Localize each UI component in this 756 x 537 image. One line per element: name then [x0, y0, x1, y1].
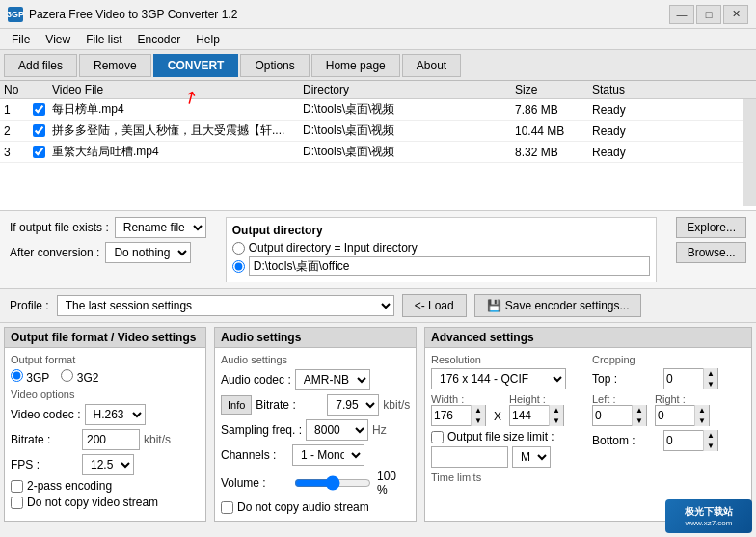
- profile-select[interactable]: The last session settings: [57, 295, 394, 316]
- table-row[interactable]: 1 每日榜单.mp4 D:\tools\桌面\视频 7.86 MB Ready: [0, 99, 742, 121]
- output-dir-buttons: Explore... Browse...: [676, 217, 746, 263]
- mb-input[interactable]: [431, 446, 508, 468]
- app-icon: 3GP: [8, 7, 23, 22]
- format-3gp-radio[interactable]: [11, 369, 23, 382]
- explore-button[interactable]: Explore...: [676, 217, 746, 238]
- row3-check[interactable]: [33, 146, 52, 158]
- menu-file[interactable]: File: [4, 31, 38, 48]
- output-dir-radio1-row: Output directory = Input directory: [232, 241, 651, 255]
- remove-button[interactable]: Remove: [79, 54, 151, 77]
- scrollbar[interactable]: [742, 99, 756, 206]
- top-down-button[interactable]: ▼: [704, 379, 717, 389]
- bottom-input[interactable]: [664, 431, 703, 450]
- convert-button[interactable]: CONVERT: [153, 54, 239, 77]
- audio-bitrate-row: Info Bitrate : 7.95 kbit/s: [221, 394, 410, 416]
- output-dir-title: Output directory: [232, 224, 651, 237]
- about-button[interactable]: About: [402, 54, 461, 77]
- browse-button[interactable]: Browse...: [676, 242, 746, 263]
- home-page-button[interactable]: Home page: [311, 54, 400, 77]
- sampling-label: Sampling freq. :: [221, 423, 302, 437]
- col-size: Size: [515, 83, 592, 96]
- format-3g2-radio[interactable]: [61, 369, 73, 382]
- two-pass-checkbox[interactable]: [11, 480, 23, 493]
- after-conversion-row: After conversion : Do nothing: [10, 242, 206, 263]
- output-dir-radio2[interactable]: [232, 260, 245, 273]
- info-button[interactable]: Info: [221, 395, 252, 415]
- row2-dir: D:\tools\桌面\视频: [303, 122, 515, 139]
- if-output-select[interactable]: Rename file: [115, 217, 206, 238]
- menu-encoder[interactable]: Encoder: [129, 31, 188, 48]
- bitrate-label: Bitrate :: [11, 433, 78, 446]
- output-format-label: Output format: [11, 354, 200, 365]
- no-video-copy-checkbox[interactable]: [11, 497, 23, 509]
- bottom-down-button[interactable]: ▼: [704, 441, 717, 451]
- right-down-button[interactable]: ▼: [695, 416, 709, 426]
- options-button[interactable]: Options: [240, 54, 309, 77]
- bitrate-unit: kbit/s: [144, 433, 171, 446]
- right-arrows: ▲ ▼: [694, 405, 709, 426]
- time-limits-label: Time limits: [431, 471, 584, 483]
- menu-filelist[interactable]: File list: [78, 31, 129, 48]
- col-no: No: [4, 83, 33, 96]
- sampling-select[interactable]: 8000: [306, 419, 368, 441]
- video-codec-select[interactable]: H.263: [85, 404, 146, 425]
- menu-bar: File View File list Encoder Help: [0, 29, 756, 50]
- table-row[interactable]: 2 拼多多登陆，美国人秒懂，且大受震撼【轩.... D:\tools\桌面\视频…: [0, 121, 742, 142]
- no-audio-copy-checkbox[interactable]: [221, 501, 233, 514]
- no-audio-copy-label: Do not copy audio stream: [237, 500, 369, 514]
- bottom-label: Bottom :: [592, 434, 660, 447]
- right-group: Right : ▲ ▼: [655, 393, 710, 426]
- row3-no: 3: [4, 146, 33, 159]
- left-input[interactable]: [593, 406, 632, 425]
- minimize-button[interactable]: —: [669, 5, 694, 24]
- height-up-button[interactable]: ▲: [550, 405, 563, 416]
- left-down-button[interactable]: ▼: [633, 416, 646, 426]
- resolution-select[interactable]: 176 x 144 - QCIF: [431, 368, 566, 389]
- left-label: Left :: [592, 393, 647, 405]
- menu-view[interactable]: View: [38, 31, 78, 48]
- bottom-up-button[interactable]: ▲: [704, 430, 717, 441]
- save-encoder-button[interactable]: 💾 Save encoder settings...: [474, 294, 642, 317]
- width-arrows: ▲ ▼: [471, 405, 485, 426]
- save-icon: 💾: [487, 299, 501, 312]
- right-input[interactable]: [656, 406, 694, 425]
- bitrate-input[interactable]: [82, 429, 140, 450]
- audio-panel-title: Audio settings: [215, 328, 416, 348]
- audio-bitrate-select[interactable]: 7.95: [327, 394, 379, 416]
- height-down-button[interactable]: ▼: [550, 416, 563, 426]
- close-button[interactable]: ✕: [723, 5, 748, 24]
- format-radio-group: 3GP 3G2: [11, 369, 200, 385]
- channels-select[interactable]: 1 - Mono: [292, 444, 364, 466]
- settings-left: If output file exists : Rename file Afte…: [10, 217, 206, 263]
- load-button[interactable]: <- Load: [402, 294, 467, 317]
- height-input[interactable]: [510, 406, 549, 425]
- no-video-copy-label: Do not copy video stream: [27, 496, 158, 509]
- maximize-button[interactable]: □: [696, 5, 721, 24]
- file-size-limit-checkbox[interactable]: [431, 431, 444, 443]
- after-conversion-select[interactable]: Do nothing: [105, 242, 191, 263]
- left-up-button[interactable]: ▲: [633, 405, 646, 416]
- top-up-button[interactable]: ▲: [704, 368, 717, 379]
- output-dir-radio1[interactable]: [232, 242, 245, 255]
- file-list-header: No Video File Directory Size Status: [0, 81, 756, 99]
- row1-check[interactable]: [33, 103, 52, 116]
- row3-dir: D:\tools\桌面\视频: [303, 144, 515, 160]
- add-files-button[interactable]: Add files: [4, 54, 77, 77]
- audio-codec-label: Audio codec :: [221, 373, 291, 387]
- volume-slider[interactable]: [294, 476, 371, 490]
- audio-codec-select[interactable]: AMR-NB: [295, 369, 370, 390]
- audio-settings-label: Audio settings: [221, 354, 410, 365]
- channels-row: Channels : 1 - Mono: [221, 444, 410, 466]
- width-down-button[interactable]: ▼: [472, 416, 485, 426]
- dimensions-row: Width : ▲ ▼ X Height :: [431, 393, 584, 426]
- menu-help[interactable]: Help: [188, 31, 228, 48]
- right-up-button[interactable]: ▲: [695, 405, 709, 416]
- row2-check[interactable]: [33, 124, 52, 137]
- fps-select[interactable]: 12.5: [82, 454, 134, 475]
- row3-size: 8.32 MB: [515, 146, 592, 159]
- mb-select[interactable]: MB: [512, 446, 551, 468]
- top-input[interactable]: [664, 369, 703, 389]
- table-row[interactable]: 3 重繁大结局吐槽.mp4 D:\tools\桌面\视频 8.32 MB Rea…: [0, 142, 742, 163]
- width-input[interactable]: [432, 406, 471, 425]
- width-up-button[interactable]: ▲: [472, 405, 485, 416]
